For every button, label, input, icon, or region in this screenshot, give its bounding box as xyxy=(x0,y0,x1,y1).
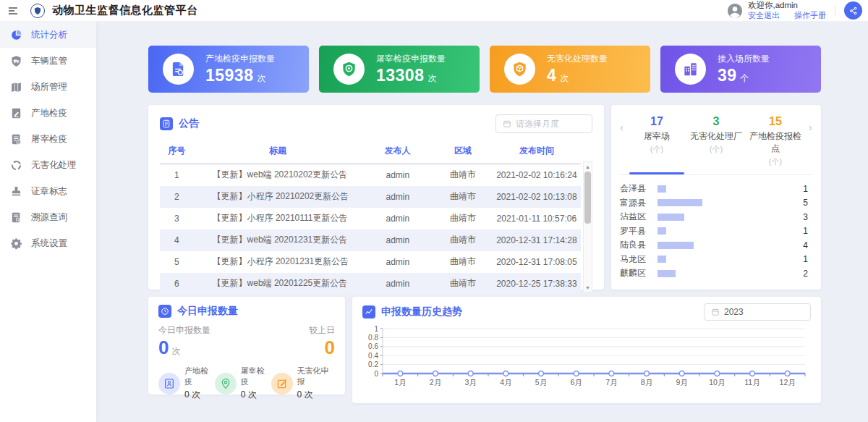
manual-link[interactable]: 操作手册 xyxy=(794,11,826,21)
facility-tab-value: 15 xyxy=(746,115,805,128)
bar-value: 2 xyxy=(803,269,812,279)
bar-value: 4 xyxy=(803,240,812,250)
bar-category-label: 富源县 xyxy=(620,197,656,209)
column-header: 发布时间 xyxy=(493,140,581,164)
scroll-thumb[interactable] xyxy=(584,172,591,224)
document-clock-icon xyxy=(10,133,22,145)
today-item-1: 产地检疫0 次 xyxy=(158,366,215,401)
today-item-value: 0 次 xyxy=(184,389,215,401)
table-cell: 【更新】web端 20210202更新公告 xyxy=(194,164,362,186)
sidebar-item-6[interactable]: 无害化处理 xyxy=(0,152,96,178)
facility-tab-value: 3 xyxy=(686,115,746,128)
table-cell: 2 xyxy=(160,186,194,208)
table-row[interactable]: 3【更新】小程序 20210111更新公告admin曲靖市2021-01-11 … xyxy=(160,208,581,229)
bar-category-label: 会泽县 xyxy=(620,182,656,195)
svg-text:3月: 3月 xyxy=(464,378,476,387)
table-cell: 【更新】web端 20201231更新公告 xyxy=(194,229,362,251)
stat-card-label: 屠宰检疫申报数量 xyxy=(376,53,446,65)
pie-chart-icon xyxy=(10,29,22,41)
facility-tab-label: 产地检疫报检点 xyxy=(746,130,805,155)
stat-card-label: 产地检疫申报数量 xyxy=(205,53,275,65)
stat-card-3: 无害化处理数量4次 xyxy=(490,46,650,93)
facility-tab-unit: (个) xyxy=(686,144,746,155)
stat-card-icon-circle xyxy=(333,54,365,85)
month-picker[interactable]: 请选择月度 xyxy=(495,114,592,133)
sidebar-item-label: 溯源查询 xyxy=(31,211,67,224)
map-icon xyxy=(10,81,22,93)
chevron-right-icon[interactable]: › xyxy=(805,112,812,174)
table-row[interactable]: 6【更新】web端 20201225更新公告admin曲靖市2020-12-25… xyxy=(160,273,581,295)
sidebar-item-7[interactable]: 证章标志 xyxy=(0,178,96,204)
facility-tab-label: 屠宰场 xyxy=(627,130,686,143)
table-row[interactable]: 4【更新】web端 20201231更新公告admin曲靖市2020-12-31… xyxy=(160,229,581,251)
facility-tab-1[interactable]: 17屠宰场(个) xyxy=(627,112,686,174)
sidebar-item-3[interactable]: 场所管理 xyxy=(0,74,96,100)
stat-card-unit: 次 xyxy=(257,72,265,85)
sidebar-item-2[interactable]: 车辆监管 xyxy=(0,48,96,74)
table-cell: 曲靖市 xyxy=(433,164,492,186)
today-item-label: 屠宰检疫 xyxy=(241,366,271,387)
facility-tab-3[interactable]: 15产地检疫报检点(个) xyxy=(746,112,805,174)
share-icon xyxy=(848,6,859,16)
svg-text:0.4: 0.4 xyxy=(368,352,378,360)
bar xyxy=(658,227,666,235)
year-picker[interactable]: 2023 xyxy=(704,303,811,321)
menu-toggle-icon[interactable] xyxy=(7,5,19,17)
table-row[interactable]: 2【更新】小程序 20210202更新公告admin曲靖市2021-02-02 … xyxy=(160,186,581,208)
table-cell: 【更新】小程序 20210111更新公告 xyxy=(194,208,362,229)
stat-card-icon-circle xyxy=(163,54,194,85)
bar-row: 富源县5 xyxy=(620,196,812,211)
trend-panel: 申报数量历史趋势 2023 00.20.40.60.811月2月3月4月5月6月… xyxy=(352,297,821,403)
svg-text:1月: 1月 xyxy=(394,378,406,387)
sidebar-item-1[interactable]: 统计分析 xyxy=(0,22,96,48)
svg-text:6月: 6月 xyxy=(570,378,582,387)
sidebar-item-5[interactable]: 屠宰检疫 xyxy=(0,126,96,152)
bar-value: 1 xyxy=(803,254,812,264)
chevron-left-icon[interactable]: ‹ xyxy=(620,112,627,174)
today-item-value: 0 次 xyxy=(297,389,335,401)
column-header: 区域 xyxy=(433,140,492,164)
today-item-label: 产地检疫 xyxy=(184,366,215,387)
recycle-icon xyxy=(10,159,22,172)
sidebar-item-8[interactable]: 溯源查询 xyxy=(0,204,96,230)
table-cell: 2021-02-02 10:16:24 xyxy=(493,164,581,186)
header-divider xyxy=(835,5,835,17)
welcome-text: 欢迎你,admin xyxy=(748,0,826,10)
avatar[interactable] xyxy=(727,3,743,19)
table-header-row: 序号标题发布人区域发布时间 xyxy=(160,140,581,164)
announcements-table: 序号标题发布人区域发布时间 1【更新】web端 20210202更新公告admi… xyxy=(160,140,581,295)
stat-card-label: 接入场所数量 xyxy=(718,53,770,65)
sidebar-item-9[interactable]: 系统设置 xyxy=(0,230,96,256)
announcements-title: 公告 xyxy=(179,117,199,130)
facility-tab-2[interactable]: 3无害化处理厂(个) xyxy=(686,112,746,174)
table-row[interactable]: 1【更新】web端 20210202更新公告admin曲靖市2021-02-02… xyxy=(160,164,581,186)
logout-link[interactable]: 安全退出 xyxy=(748,11,780,21)
svg-text:0.8: 0.8 xyxy=(368,334,378,342)
document-pen-icon xyxy=(10,107,22,119)
share-button[interactable] xyxy=(844,1,862,20)
stat-card-unit: 次 xyxy=(427,72,436,85)
table-row[interactable]: 5【更新】小程序 20201231更新公告admin曲靖市2020-12-31 … xyxy=(160,251,581,273)
bar-value: 1 xyxy=(803,184,812,194)
table-cell: 3 xyxy=(160,208,194,229)
sidebar-item-4[interactable]: 产地检疫 xyxy=(0,100,96,126)
scroll-up-arrow-icon[interactable]: ▲ xyxy=(584,162,592,171)
bar xyxy=(658,185,666,193)
svg-text:1: 1 xyxy=(374,325,378,333)
svg-text:0: 0 xyxy=(374,370,378,378)
sidebar-item-label: 系统设置 xyxy=(31,237,67,250)
stat-card-2: 屠宰检疫申报数量13308次 xyxy=(319,46,480,93)
table-scrollbar[interactable]: ▲ ▼ xyxy=(583,161,592,292)
sidebar: 统计分析车辆监管场所管理产地检疫屠宰检疫无害化处理证章标志溯源查询系统设置 xyxy=(0,22,96,422)
today-item-2: 屠宰检疫0 次 xyxy=(215,366,271,401)
table-cell: admin xyxy=(362,186,433,208)
bar xyxy=(658,199,702,206)
stat-cards-row: 产地检疫申报数量15938次屠宰检疫申报数量13308次无害化处理数量4次接入场… xyxy=(148,46,821,93)
calendar-icon xyxy=(711,308,720,316)
facility-tab-unit: (个) xyxy=(627,144,686,155)
edit-pen-icon xyxy=(271,373,293,394)
facility-bar-chart: 会泽县1富源县5沾益区3罗平县1陆良县4马龙区1麒麟区2 xyxy=(620,182,812,281)
vs-yesterday-label: 较上日 xyxy=(309,324,335,337)
scroll-down-arrow-icon[interactable]: ▼ xyxy=(584,283,592,292)
tabs-divider xyxy=(620,174,812,175)
